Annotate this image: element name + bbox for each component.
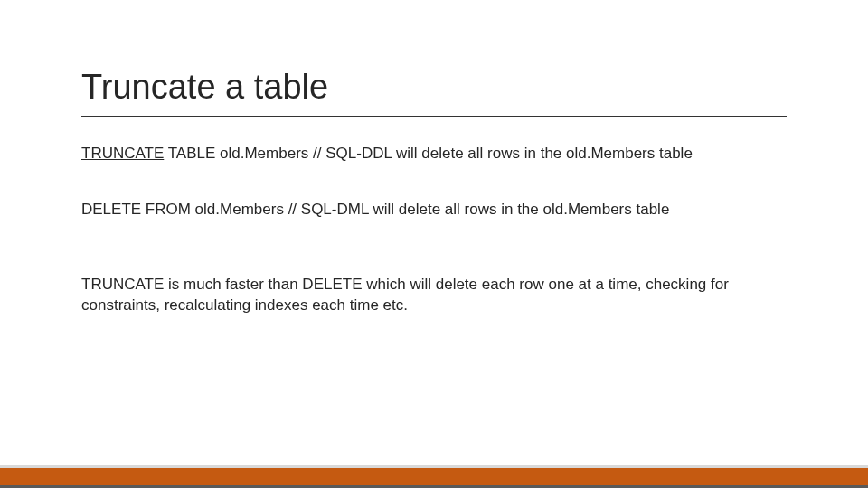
delete-comment: // SQL-DML will delete all rows in the o… <box>288 201 670 218</box>
explanation-paragraph: TRUNCATE is much faster than DELETE whic… <box>81 275 787 316</box>
truncate-comment: // SQL-DDL will delete all rows in the o… <box>313 145 693 162</box>
truncate-keyword: TRUNCATE <box>81 145 164 162</box>
slide-title: Truncate a table <box>81 68 787 117</box>
code-line-truncate: TRUNCATE TABLE old.Members // SQL-DDL wi… <box>81 143 787 164</box>
delete-cmd: DELETE FROM old.Members <box>81 199 284 221</box>
footer-bar-orange <box>0 468 868 485</box>
slide-footer <box>0 465 868 488</box>
truncate-rest: TABLE old.Members <box>164 145 308 162</box>
slide-container: Truncate a table TRUNCATE TABLE old.Memb… <box>0 0 868 488</box>
code-line-delete: DELETE FROM old.Members // SQL-DML will … <box>81 199 787 221</box>
